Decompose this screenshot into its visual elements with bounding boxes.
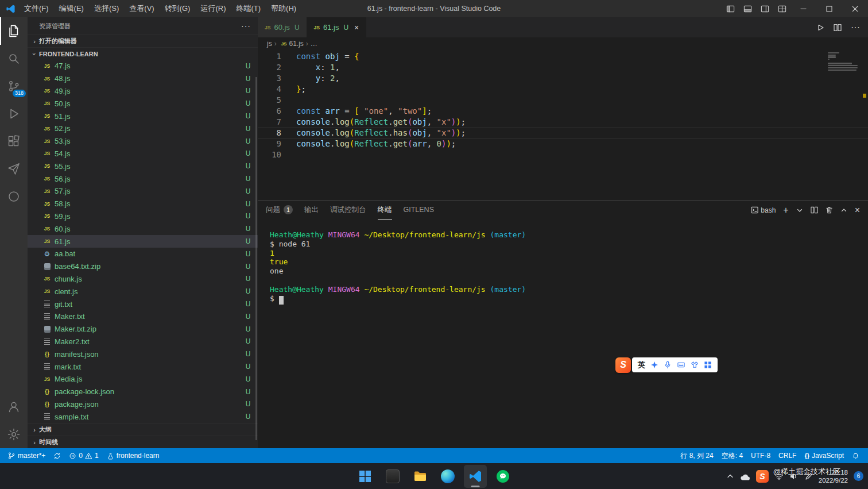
file-row-47.js[interactable]: JS47.jsU xyxy=(28,60,258,72)
file-row-60.js[interactable]: JS60.jsU xyxy=(28,222,258,235)
code-line-7[interactable]: 7console.log(Reflect.get(obj, "x")); xyxy=(258,117,868,128)
cloud-tray-icon[interactable] xyxy=(740,472,750,480)
source-control-view-button[interactable]: 318 xyxy=(0,72,28,100)
menu-item-7[interactable]: 帮助(H) xyxy=(266,0,301,17)
customize-layout-button[interactable] xyxy=(773,0,790,17)
file-row-base64.txt.zip[interactable]: base64.txt.zipU xyxy=(28,260,258,273)
terminal-shell-selector[interactable]: bash xyxy=(751,206,776,214)
file-row-59.js[interactable]: JS59.jsU xyxy=(28,210,258,223)
edge-browser-icon[interactable] xyxy=(436,465,459,488)
split-editor-button[interactable] xyxy=(834,24,842,32)
sync-button[interactable] xyxy=(49,448,65,463)
file-row-Maker.txt[interactable]: Maker.txtU xyxy=(28,310,258,323)
eol-indicator[interactable]: CRLF xyxy=(774,448,800,463)
code-editor[interactable]: 1const obj = {2 x: 1,3 y: 2,4};56const a… xyxy=(258,50,868,200)
file-explorer-icon[interactable] xyxy=(409,465,432,488)
notifications-bell-button[interactable] xyxy=(848,448,863,463)
panel-tab-gitlens[interactable]: GITLENS xyxy=(404,200,435,220)
file-row-Media.js[interactable]: JSMedia.jsU xyxy=(28,373,258,386)
keyboard-icon[interactable] xyxy=(677,361,685,369)
timeline-section[interactable]: › 时间线 xyxy=(28,436,258,448)
toolbox-grid-icon[interactable] xyxy=(704,361,712,369)
explorer-view-button[interactable] xyxy=(0,17,28,45)
file-row-chunk.js[interactable]: JSchunk.jsU xyxy=(28,273,258,286)
file-row-git.txt[interactable]: git.txtU xyxy=(28,298,258,310)
menu-item-6[interactable]: 终端(T) xyxy=(231,0,266,17)
file-row-clent.js[interactable]: JSclent.jsU xyxy=(28,285,258,298)
split-terminal-button[interactable] xyxy=(811,206,818,214)
emoji-icon[interactable] xyxy=(650,361,658,369)
breadcrumb-file[interactable]: 61.js xyxy=(289,40,303,48)
panel-tab-debug-console[interactable]: 调试控制台 xyxy=(330,200,366,220)
voice-mic-icon[interactable] xyxy=(664,361,672,369)
vscode-taskbar-icon[interactable] xyxy=(464,465,487,488)
code-line-5[interactable]: 5 xyxy=(258,95,868,106)
indentation-indicator[interactable]: 空格: 4 xyxy=(718,448,747,463)
encoding-indicator[interactable]: UTF-8 xyxy=(747,448,774,463)
file-row-53.js[interactable]: JS53.jsU xyxy=(28,135,258,148)
ime-mode-indicator[interactable]: 英 xyxy=(638,360,645,370)
terminal-output[interactable]: Heath@Heathy MINGW64 ~/Desktop/frontend-… xyxy=(258,220,868,448)
code-line-10[interactable]: 10 xyxy=(258,149,868,160)
open-editors-section[interactable]: › 打开的编辑器 xyxy=(28,34,258,47)
new-terminal-button[interactable]: + xyxy=(783,206,788,215)
extensions-view-button[interactable] xyxy=(0,128,28,155)
code-line-4[interactable]: 4}; xyxy=(258,84,868,95)
code-line-6[interactable]: 6const arr = [ "one", "two"]; xyxy=(258,106,868,117)
notification-count-badge[interactable]: 6 xyxy=(854,471,863,481)
file-row-50.js[interactable]: JS50.jsU xyxy=(28,97,258,110)
minimize-button[interactable] xyxy=(790,0,816,17)
menu-item-0[interactable]: 文件(F) xyxy=(19,0,54,17)
file-row-Maker.txt.zip[interactable]: Maker.txt.zipU xyxy=(28,323,258,336)
close-tab-button[interactable]: × xyxy=(354,23,359,32)
file-row-manifest.json[interactable]: {}manifest.jsonU xyxy=(28,348,258,360)
project-indicator[interactable]: frontend-learn xyxy=(103,448,164,463)
cursor-position-indicator[interactable]: 行 8, 列 24 xyxy=(676,448,717,463)
breadcrumb-folder[interactable]: js xyxy=(267,40,272,48)
terminal-profile-dropdown[interactable] xyxy=(796,207,803,214)
editor-more-actions-button[interactable]: ··· xyxy=(851,22,860,33)
settings-gear-button[interactable] xyxy=(0,421,28,448)
toggle-sidebar-button[interactable] xyxy=(722,0,739,17)
code-line-9[interactable]: 9console.log(Reflect.get(arr, 0)); xyxy=(258,138,868,149)
tab-60-js[interactable]: JS60.jsU xyxy=(258,17,307,37)
sogou-tray-icon[interactable]: S xyxy=(756,470,769,483)
branch-indicator[interactable]: master*+ xyxy=(3,448,49,463)
close-window-button[interactable] xyxy=(842,0,868,17)
file-row-sample.txt[interactable]: sample.txtU xyxy=(28,410,258,423)
file-row-mark.txt[interactable]: mark.txtU xyxy=(28,360,258,373)
menu-item-1[interactable]: 编辑(E) xyxy=(54,0,89,17)
tab-61-js[interactable]: JS61.jsU× xyxy=(307,17,367,37)
file-row-aa.bat[interactable]: ⚙aa.batU xyxy=(28,248,258,260)
file-row-61.js[interactable]: JS61.jsU xyxy=(28,235,258,248)
sidebar-scrollbar[interactable] xyxy=(255,77,257,440)
panel-tab-problems[interactable]: 问题1 xyxy=(266,200,293,220)
file-row-Maker2.txt[interactable]: Maker2.txtU xyxy=(28,336,258,348)
outline-section[interactable]: › 大纲 xyxy=(28,423,258,436)
file-row-51.js[interactable]: JS51.jsU xyxy=(28,110,258,122)
file-row-package.json[interactable]: {}package.jsonU xyxy=(28,398,258,411)
panel-tab-output[interactable]: 输出 xyxy=(304,200,319,220)
file-row-48.js[interactable]: JS48.jsU xyxy=(28,72,258,85)
file-row-56.js[interactable]: JS56.jsU xyxy=(28,172,258,185)
search-view-button[interactable] xyxy=(0,45,28,72)
file-row-57.js[interactable]: JS57.jsU xyxy=(28,185,258,198)
file-row-54.js[interactable]: JS54.jsU xyxy=(28,148,258,160)
maximize-panel-button[interactable] xyxy=(840,207,847,214)
run-debug-view-button[interactable] xyxy=(0,100,28,128)
maximize-button[interactable] xyxy=(816,0,842,17)
menu-item-5[interactable]: 运行(R) xyxy=(195,0,231,17)
start-button[interactable] xyxy=(354,465,377,488)
code-line-1[interactable]: 1const obj = { xyxy=(258,51,868,62)
live-server-view-button[interactable] xyxy=(0,183,28,210)
sogou-logo-icon[interactable]: S xyxy=(615,357,631,373)
menu-item-3[interactable]: 查看(V) xyxy=(124,0,159,17)
file-row-55.js[interactable]: JS55.jsU xyxy=(28,160,258,172)
problems-indicator[interactable]: 0 1 xyxy=(65,448,102,463)
code-line-3[interactable]: 3 y: 2, xyxy=(258,73,868,84)
explorer-more-actions-button[interactable]: ··· xyxy=(241,21,251,30)
toggle-panel-button[interactable] xyxy=(739,0,756,17)
panel-tab-terminal[interactable]: 终端 xyxy=(378,200,392,220)
close-panel-button[interactable]: × xyxy=(855,206,860,215)
file-row-package-lock.json[interactable]: {}package-lock.jsonU xyxy=(28,386,258,398)
